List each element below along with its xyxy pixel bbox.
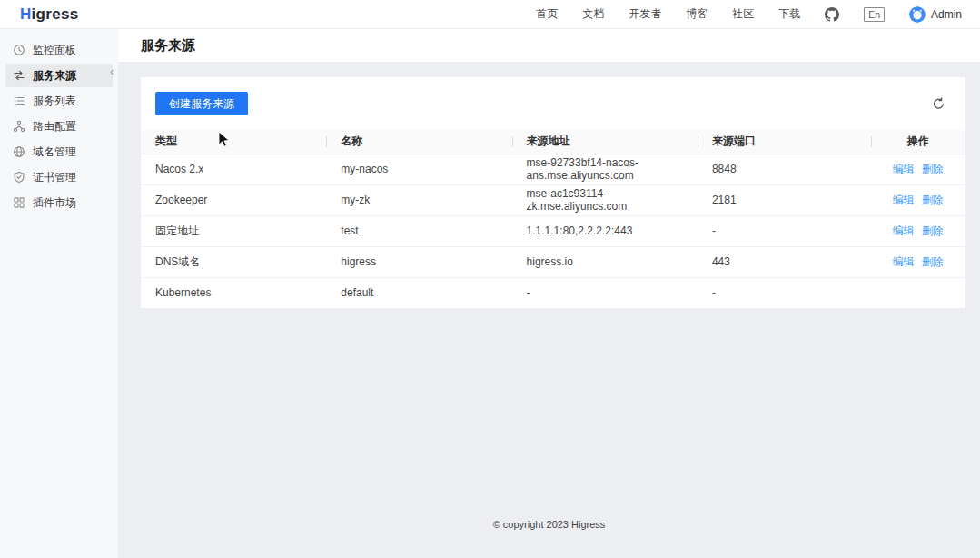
edit-link[interactable]: 编辑	[893, 194, 915, 206]
sidebar-item-domain-management[interactable]: 域名管理	[5, 140, 113, 164]
cell-address: mse-ac1c93114-zk.mse.aliyuncs.com	[512, 184, 698, 215]
cell-type: Kubernetes	[141, 277, 326, 308]
sidebar-collapse-icon[interactable]: ‹	[110, 65, 114, 77]
service-sources-card: 创建服务来源 类型 名称 来源地址 来源端口 操作	[141, 77, 965, 308]
service-list-icon	[13, 95, 25, 107]
cell-name: default	[326, 277, 511, 308]
cell-actions-empty	[871, 277, 965, 308]
nav-item-blog[interactable]: 博客	[686, 6, 708, 22]
page-title: 服务来源	[141, 37, 195, 55]
certificate-icon	[13, 171, 25, 184]
delete-link[interactable]: 删除	[922, 194, 944, 206]
higress-logo[interactable]: Higress	[20, 5, 78, 24]
sidebar-item-label: 插件市场	[33, 195, 76, 211]
table-row: Kubernetes default - -	[141, 277, 965, 308]
cell-type: 固定地址	[141, 215, 326, 246]
sidebar-item-label: 监控面板	[33, 43, 76, 58]
sidebar-item-label: 路由配置	[33, 119, 76, 135]
github-icon[interactable]	[825, 7, 839, 22]
edit-link[interactable]: 编辑	[893, 163, 915, 175]
top-nav: 首页 文档 开发者 博客 社区 下载 En Admin	[536, 6, 962, 23]
user-menu[interactable]: Admin	[909, 6, 962, 23]
cell-name: my-zk	[326, 184, 511, 215]
nav-item-home[interactable]: 首页	[536, 6, 558, 22]
column-header-name: 名称	[326, 130, 511, 154]
table-row: Zookeeper my-zk mse-ac1c93114-zk.mse.ali…	[141, 184, 965, 215]
delete-link[interactable]: 删除	[922, 163, 944, 175]
cell-type: Zookeeper	[141, 184, 326, 215]
dashboard-icon	[13, 44, 25, 56]
cell-port: -	[698, 215, 871, 246]
nav-item-download[interactable]: 下载	[778, 6, 800, 22]
edit-link[interactable]: 编辑	[893, 255, 915, 268]
table-row: Nacos 2.x my-nacos mse-92733bf14-nacos-a…	[141, 154, 965, 184]
cell-name: higress	[326, 246, 511, 277]
sidebar-item-service-list[interactable]: 服务列表	[5, 89, 113, 113]
delete-link[interactable]: 删除	[922, 255, 944, 268]
column-header-actions: 操作	[871, 130, 965, 154]
sidebar-item-plugin-market[interactable]: 插件市场	[5, 191, 113, 214]
cell-name: my-nacos	[326, 154, 511, 184]
content-area: 创建服务来源 类型 名称 来源地址 来源端口 操作	[118, 62, 980, 558]
nav-item-docs[interactable]: 文档	[582, 6, 604, 22]
sidebar-item-label: 域名管理	[33, 144, 76, 160]
domain-icon	[13, 145, 25, 158]
cell-address: mse-92733bf14-nacos-ans.mse.aliyuncs.com	[512, 154, 698, 184]
delete-link[interactable]: 删除	[922, 224, 944, 237]
page-header: 服务来源	[118, 29, 980, 62]
avatar	[909, 6, 926, 23]
service-sources-table: 类型 名称 来源地址 来源端口 操作 Nacos 2.x my-nacos ms…	[141, 130, 965, 308]
sidebar-item-service-sources[interactable]: 服务来源	[5, 64, 113, 87]
sidebar-item-dashboard[interactable]: 监控面板	[5, 38, 113, 62]
cell-type: DNS域名	[141, 246, 326, 277]
cell-address: higress.io	[512, 246, 698, 277]
logo-letter: H	[20, 5, 32, 23]
cell-address: -	[512, 277, 698, 308]
cell-port: -	[698, 277, 871, 308]
column-header-type: 类型	[141, 130, 326, 154]
table-header-row: 类型 名称 来源地址 来源端口 操作	[141, 130, 965, 154]
create-service-source-button[interactable]: 创建服务来源	[155, 92, 248, 115]
nav-item-developer[interactable]: 开发者	[629, 6, 661, 22]
plugin-market-icon	[13, 196, 25, 209]
table-row: 固定地址 test 1.1.1.1:80,2.2.2.2:443 - 编辑删除	[141, 215, 965, 246]
top-header: Higress 首页 文档 开发者 博客 社区 下载 En Admin	[0, 0, 980, 29]
sidebar-item-label: 证书管理	[33, 170, 76, 185]
table-row: DNS域名 higress higress.io 443 编辑删除	[141, 246, 965, 277]
copyright-footer: © copyright 2023 Higress	[118, 519, 980, 530]
sidebar: 监控面板 服务来源 服务列表 路由配置 域名管理 证书管理 插件市场	[0, 29, 118, 558]
route-config-icon	[13, 120, 25, 133]
sidebar-item-certificate-management[interactable]: 证书管理	[5, 165, 113, 189]
card-toolbar: 创建服务来源	[141, 77, 965, 130]
language-toggle[interactable]: En	[864, 7, 885, 22]
cell-address: 1.1.1.1:80,2.2.2.2:443	[512, 215, 698, 246]
column-header-address: 来源地址	[512, 130, 698, 154]
sidebar-item-label: 服务列表	[33, 94, 76, 109]
cell-port: 443	[698, 246, 871, 277]
cell-name: test	[326, 215, 511, 246]
cell-port: 2181	[698, 184, 871, 215]
edit-link[interactable]: 编辑	[893, 224, 915, 237]
service-source-icon	[13, 69, 25, 82]
logo-text: igress	[32, 5, 79, 23]
user-name: Admin	[931, 8, 962, 21]
sidebar-item-route-config[interactable]: 路由配置	[5, 115, 113, 138]
cell-type: Nacos 2.x	[141, 154, 326, 184]
column-header-port: 来源端口	[698, 130, 871, 154]
main-area: 服务来源 创建服务来源 类型 名称 来源地址 来源端口 操作	[118, 29, 980, 558]
refresh-icon[interactable]	[932, 97, 945, 111]
nav-item-community[interactable]: 社区	[732, 6, 754, 22]
sidebar-item-label: 服务来源	[33, 68, 76, 84]
cell-port: 8848	[698, 154, 871, 184]
